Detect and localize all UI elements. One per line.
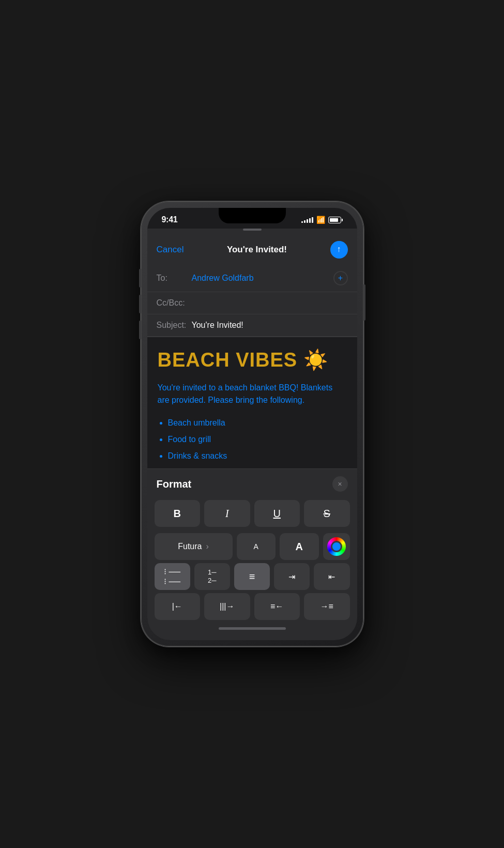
align-left-icon: ⇥ [288, 572, 295, 582]
font-size-small-label: A [254, 542, 258, 551]
close-format-button[interactable]: × [332, 476, 348, 492]
text-indent-increase-button[interactable]: →≡ [304, 593, 350, 620]
indent-row: |← |||→ ≡← →≡ [147, 593, 357, 623]
cancel-button[interactable]: Cancel [157, 245, 184, 255]
italic-button[interactable]: I [204, 500, 250, 527]
align-right-icon: ⇤ [328, 572, 335, 582]
strikethrough-button[interactable]: S [304, 500, 350, 527]
mail-toolbar: Cancel You're Invited! ↑ [147, 235, 357, 265]
add-recipient-button[interactable]: + [333, 271, 348, 285]
format-panel: Format × B I U S [147, 468, 357, 640]
font-size-increase-button[interactable]: A [280, 533, 319, 560]
send-button[interactable]: ↑ [330, 241, 348, 259]
bullet-list-icon: ⁝ ──⁝ ── [164, 567, 180, 586]
indent-right-icon: |||→ [220, 602, 234, 611]
home-indicator [219, 627, 286, 630]
plus-icon: + [338, 274, 343, 283]
numbered-list-button[interactable]: 1─2─ [194, 563, 230, 590]
italic-icon: I [225, 508, 229, 520]
align-center-icon: ≡ [249, 571, 255, 583]
mail-header: Cancel You're Invited! ↑ To: Andrew Gold… [147, 229, 357, 337]
font-size-decrease-button[interactable]: A [237, 533, 276, 560]
to-value[interactable]: Andrew Goldfarb [192, 274, 333, 283]
underline-icon: U [273, 508, 281, 520]
mail-body[interactable]: BEACH VIBES ☀️ You're invited to a beach… [147, 337, 357, 468]
font-name-label: Futura [178, 542, 202, 551]
indent-left-icon: |← [172, 602, 182, 611]
status-bar: 9:41 📶 [147, 208, 357, 229]
font-name-button[interactable]: Futura › [155, 533, 233, 560]
wifi-icon: 📶 [316, 216, 325, 224]
strikethrough-icon: S [324, 508, 330, 520]
color-picker-button[interactable] [323, 533, 350, 560]
font-row: Futura › A A [147, 530, 357, 563]
list-align-row: ⁝ ──⁝ ── 1─2─ ≡ ⇥ ⇤ [147, 563, 357, 593]
subject-value[interactable]: You're Invited! [192, 321, 348, 330]
text-indent-decrease-button[interactable]: ≡← [254, 593, 300, 620]
bullet-list-button[interactable]: ⁝ ──⁝ ── [155, 563, 190, 590]
notch [219, 208, 286, 223]
email-list: Beach umbrella Food to grill Drinks & sn… [158, 415, 347, 464]
phone-screen: 9:41 📶 [147, 208, 357, 640]
format-header: Format × [147, 469, 357, 497]
phone-device: 9:41 📶 [141, 202, 363, 646]
cc-bcc-field[interactable]: Cc/Bcc: [147, 292, 357, 314]
underline-button[interactable]: U [254, 500, 300, 527]
text-style-row: B I U S [147, 497, 357, 530]
subject-field: Subject: You're Invited! [147, 314, 357, 337]
status-time: 9:41 [162, 215, 178, 224]
list-item: Food to grill [168, 431, 347, 448]
align-left-button[interactable]: ⇥ [274, 563, 310, 590]
text-indent-decrease-icon: ≡← [270, 602, 283, 611]
status-icons: 📶 [301, 216, 343, 224]
numbered-list-icon: 1─2─ [208, 568, 216, 584]
format-title: Format [157, 478, 192, 490]
close-icon: × [338, 480, 342, 488]
email-heading: BEACH VIBES ☀️ [158, 350, 347, 371]
align-right-button[interactable]: ⇤ [314, 563, 349, 590]
text-indent-increase-icon: →≡ [320, 602, 333, 611]
bold-button[interactable]: B [155, 500, 201, 527]
send-arrow-icon: ↑ [337, 245, 341, 253]
drag-indicator [243, 229, 262, 231]
cc-bcc-label: Cc/Bcc: [157, 298, 188, 308]
list-item: Drinks & snacks [168, 448, 347, 464]
battery-icon [328, 217, 343, 223]
font-size-large-label: A [296, 541, 303, 553]
align-center-button[interactable]: ≡ [234, 563, 270, 590]
mail-title: You're Invited! [227, 245, 287, 255]
indent-right-button[interactable]: |||→ [204, 593, 250, 620]
to-field: To: Andrew Goldfarb + [147, 265, 357, 292]
list-item: Beach umbrella [168, 415, 347, 431]
indent-left-button[interactable]: |← [155, 593, 201, 620]
color-wheel-icon [327, 537, 346, 556]
chevron-right-icon: › [206, 542, 208, 551]
to-label: To: [157, 274, 188, 283]
subject-label: Subject: [157, 321, 188, 330]
email-body-text: You're invited to a beach blanket BBQ! B… [158, 382, 347, 406]
signal-icon [301, 217, 313, 223]
